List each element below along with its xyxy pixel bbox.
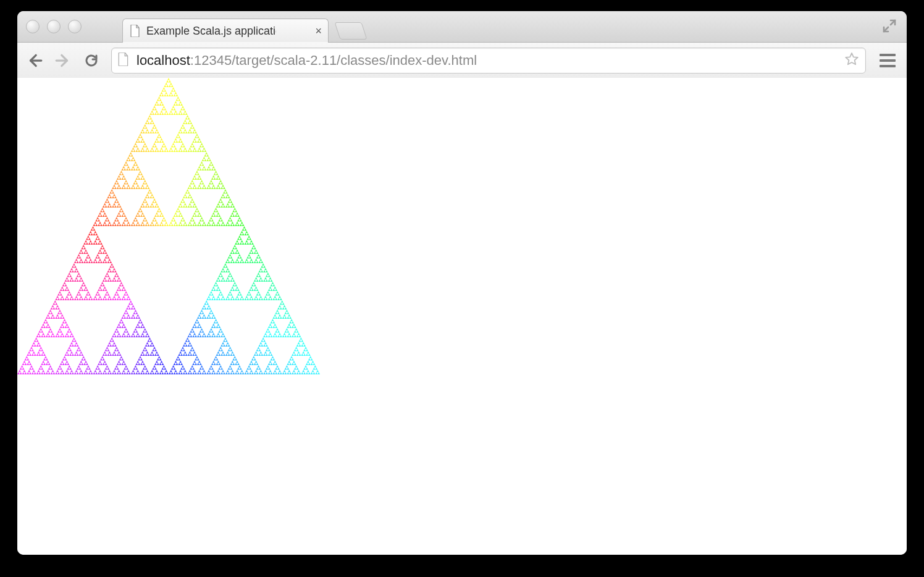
tab-close-button[interactable]: × xyxy=(315,25,322,36)
browser-window: Example Scala.js applicatio × xyxy=(17,11,907,555)
new-tab-button[interactable] xyxy=(334,22,367,40)
window-minimize-button[interactable] xyxy=(47,20,61,33)
sierpinski-canvas xyxy=(17,78,338,399)
window-zoom-button[interactable] xyxy=(68,20,82,33)
address-bar[interactable]: localhost:12345/target/scala-2.11/classe… xyxy=(111,48,866,74)
tab-title: Example Scala.js applicatio xyxy=(146,25,276,38)
bookmark-star-icon[interactable] xyxy=(844,52,859,69)
titlebar: Example Scala.js applicatio × xyxy=(17,11,907,43)
back-button[interactable] xyxy=(26,52,43,69)
toolbar: localhost:12345/target/scala-2.11/classe… xyxy=(17,43,907,79)
menu-button[interactable] xyxy=(877,51,898,70)
reload-button[interactable] xyxy=(83,52,100,69)
page-viewport xyxy=(17,78,907,555)
url-host: localhost xyxy=(136,53,190,68)
page-icon xyxy=(118,53,129,69)
window-close-button[interactable] xyxy=(26,20,40,33)
browser-tab[interactable]: Example Scala.js applicatio × xyxy=(122,19,329,43)
traffic-lights xyxy=(26,20,82,33)
url-text: localhost:12345/target/scala-2.11/classe… xyxy=(136,53,837,69)
enter-fullscreen-icon[interactable] xyxy=(882,19,897,36)
forward-button[interactable] xyxy=(54,52,72,69)
file-icon xyxy=(130,25,140,37)
url-path: :12345/target/scala-2.11/classes/index-d… xyxy=(190,53,477,68)
